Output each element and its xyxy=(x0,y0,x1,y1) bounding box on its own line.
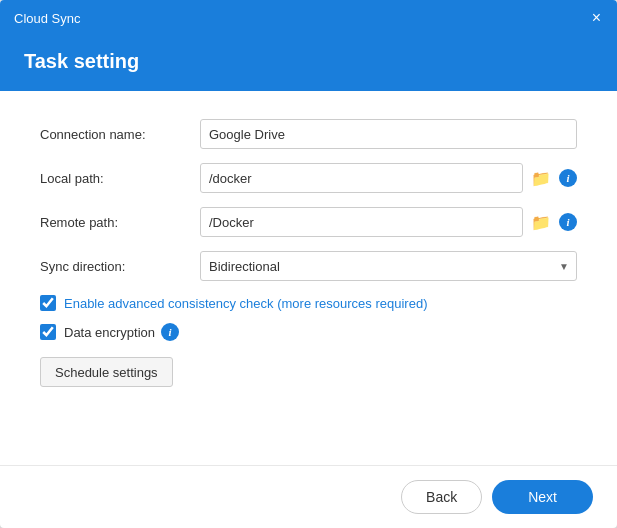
sync-direction-row: Sync direction: Bidirectional Upload onl… xyxy=(40,251,577,281)
connection-name-wrap xyxy=(200,119,577,149)
local-path-browse-button[interactable]: 📁 xyxy=(527,164,555,192)
local-path-info-icon[interactable]: i xyxy=(559,169,577,187)
sync-direction-label: Sync direction: xyxy=(40,259,200,274)
next-button[interactable]: Next xyxy=(492,480,593,514)
folder-icon: 📁 xyxy=(531,213,551,232)
remote-path-input[interactable] xyxy=(200,207,523,237)
remote-path-browse-button[interactable]: 📁 xyxy=(527,208,555,236)
local-path-row: Local path: 📁 i xyxy=(40,163,577,193)
page-title: Task setting xyxy=(24,50,593,73)
sync-direction-wrap: Bidirectional Upload only Download only … xyxy=(200,251,577,281)
encryption-check-label: Data encryption xyxy=(64,325,155,340)
advanced-check-row: Enable advanced consistency check (more … xyxy=(40,295,577,311)
title-bar: Cloud Sync × xyxy=(0,0,617,36)
local-path-input[interactable] xyxy=(200,163,523,193)
remote-path-row: Remote path: 📁 i xyxy=(40,207,577,237)
connection-name-input[interactable] xyxy=(200,119,577,149)
remote-path-info-icon[interactable]: i xyxy=(559,213,577,231)
close-button[interactable]: × xyxy=(590,10,603,26)
remote-path-label: Remote path: xyxy=(40,215,200,230)
title-bar-text: Cloud Sync xyxy=(14,11,80,26)
advanced-check-label: Enable advanced consistency check (more … xyxy=(64,296,427,311)
sync-direction-select[interactable]: Bidirectional Upload only Download only xyxy=(200,251,577,281)
encryption-check-row: Data encryption i xyxy=(40,323,577,341)
dialog: Cloud Sync × Task setting Connection nam… xyxy=(0,0,617,528)
remote-path-wrap: 📁 i xyxy=(200,207,577,237)
encryption-check-input[interactable] xyxy=(40,324,56,340)
local-path-wrap: 📁 i xyxy=(200,163,577,193)
advanced-check-input[interactable] xyxy=(40,295,56,311)
header-section: Task setting xyxy=(0,36,617,91)
local-path-label: Local path: xyxy=(40,171,200,186)
sync-direction-select-wrap: Bidirectional Upload only Download only … xyxy=(200,251,577,281)
footer: Back Next xyxy=(0,465,617,528)
schedule-btn-wrap: Schedule settings xyxy=(40,353,577,387)
connection-name-label: Connection name: xyxy=(40,127,200,142)
encryption-info-icon[interactable]: i xyxy=(161,323,179,341)
folder-icon: 📁 xyxy=(531,169,551,188)
form-content: Connection name: Local path: 📁 i Remote … xyxy=(0,91,617,465)
schedule-settings-button[interactable]: Schedule settings xyxy=(40,357,173,387)
connection-name-row: Connection name: xyxy=(40,119,577,149)
back-button[interactable]: Back xyxy=(401,480,482,514)
